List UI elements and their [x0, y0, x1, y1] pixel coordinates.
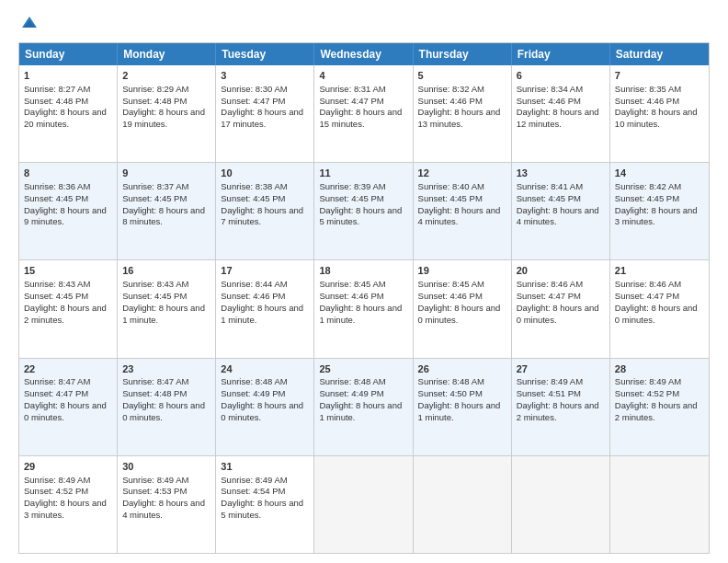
page: SundayMondayTuesdayWednesdayThursdayFrid…: [0, 0, 728, 563]
day-number: 22: [24, 362, 112, 376]
calendar-cell: [512, 456, 610, 553]
day-number: 16: [122, 264, 210, 278]
calendar-cell: 20Sunrise: 8:46 AM Sunset: 4:47 PM Dayli…: [512, 260, 610, 357]
day-number: 9: [122, 167, 210, 180]
day-info: Sunrise: 8:45 AM Sunset: 4:46 PM Dayligh…: [319, 279, 402, 324]
weekday-header-saturday: Saturday: [610, 43, 709, 65]
calendar-cell: 30Sunrise: 8:49 AM Sunset: 4:53 PM Dayli…: [118, 456, 216, 553]
day-info: Sunrise: 8:49 AM Sunset: 4:54 PM Dayligh…: [221, 475, 303, 520]
logo-icon: [20, 15, 39, 33]
day-number: 23: [122, 362, 210, 376]
calendar-cell: [414, 456, 512, 553]
calendar-cell: 21Sunrise: 8:46 AM Sunset: 4:47 PM Dayli…: [610, 260, 709, 357]
day-info: Sunrise: 8:31 AM Sunset: 4:47 PM Dayligh…: [319, 84, 402, 129]
day-number: 20: [517, 264, 605, 278]
weekday-header-friday: Friday: [512, 43, 610, 65]
calendar-row-4: 22Sunrise: 8:47 AM Sunset: 4:47 PM Dayli…: [19, 358, 709, 455]
day-number: 5: [418, 69, 506, 83]
day-number: 10: [221, 167, 309, 180]
day-number: 11: [319, 167, 407, 180]
calendar-cell: 23Sunrise: 8:47 AM Sunset: 4:48 PM Dayli…: [118, 359, 216, 455]
calendar-cell: 5Sunrise: 8:32 AM Sunset: 4:46 PM Daylig…: [414, 65, 512, 162]
calendar-cell: 28Sunrise: 8:49 AM Sunset: 4:52 PM Dayli…: [610, 359, 709, 455]
calendar: SundayMondayTuesdayWednesdayThursdayFrid…: [18, 42, 710, 554]
calendar-cell: 25Sunrise: 8:48 AM Sunset: 4:49 PM Dayli…: [314, 359, 413, 455]
day-number: 28: [615, 362, 704, 376]
day-number: 8: [24, 167, 112, 180]
day-number: 7: [615, 69, 704, 83]
calendar-cell: 27Sunrise: 8:49 AM Sunset: 4:51 PM Dayli…: [512, 359, 610, 455]
calendar-cell: 29Sunrise: 8:49 AM Sunset: 4:52 PM Dayli…: [19, 456, 118, 553]
day-number: 26: [418, 362, 506, 376]
calendar-cell: 24Sunrise: 8:48 AM Sunset: 4:49 PM Dayli…: [216, 359, 314, 455]
weekday-header-monday: Monday: [118, 43, 216, 65]
calendar-row-2: 8Sunrise: 8:36 AM Sunset: 4:45 PM Daylig…: [19, 162, 709, 259]
weekday-header-thursday: Thursday: [414, 43, 512, 65]
calendar-cell: [314, 456, 413, 553]
day-number: 12: [418, 167, 506, 180]
calendar-header: SundayMondayTuesdayWednesdayThursdayFrid…: [19, 43, 709, 65]
calendar-body: 1Sunrise: 8:27 AM Sunset: 4:48 PM Daylig…: [19, 65, 709, 553]
calendar-cell: 14Sunrise: 8:42 AM Sunset: 4:45 PM Dayli…: [610, 163, 709, 259]
calendar-cell: 19Sunrise: 8:45 AM Sunset: 4:46 PM Dayli…: [414, 260, 512, 357]
day-number: 15: [24, 264, 112, 278]
calendar-cell: 12Sunrise: 8:40 AM Sunset: 4:45 PM Dayli…: [414, 163, 512, 259]
calendar-row-3: 15Sunrise: 8:43 AM Sunset: 4:45 PM Dayli…: [19, 259, 709, 357]
calendar-cell: 10Sunrise: 8:38 AM Sunset: 4:45 PM Dayli…: [216, 163, 314, 259]
calendar-cell: 11Sunrise: 8:39 AM Sunset: 4:45 PM Dayli…: [314, 163, 413, 259]
day-info: Sunrise: 8:30 AM Sunset: 4:47 PM Dayligh…: [221, 84, 303, 129]
calendar-cell: 9Sunrise: 8:37 AM Sunset: 4:45 PM Daylig…: [118, 163, 216, 259]
day-info: Sunrise: 8:37 AM Sunset: 4:45 PM Dayligh…: [122, 181, 205, 226]
day-info: Sunrise: 8:44 AM Sunset: 4:46 PM Dayligh…: [221, 279, 303, 324]
day-info: Sunrise: 8:42 AM Sunset: 4:45 PM Dayligh…: [615, 181, 698, 226]
day-number: 19: [418, 264, 506, 278]
day-number: 2: [122, 69, 210, 83]
day-number: 21: [615, 264, 704, 278]
day-info: Sunrise: 8:27 AM Sunset: 4:48 PM Dayligh…: [24, 84, 107, 129]
calendar-cell: 31Sunrise: 8:49 AM Sunset: 4:54 PM Dayli…: [216, 456, 314, 553]
calendar-cell: 17Sunrise: 8:44 AM Sunset: 4:46 PM Dayli…: [216, 260, 314, 357]
day-number: 4: [319, 69, 407, 83]
day-info: Sunrise: 8:46 AM Sunset: 4:47 PM Dayligh…: [517, 279, 599, 324]
day-number: 14: [615, 167, 704, 180]
day-info: Sunrise: 8:45 AM Sunset: 4:46 PM Dayligh…: [418, 279, 501, 324]
calendar-cell: 18Sunrise: 8:45 AM Sunset: 4:46 PM Dayli…: [314, 260, 413, 357]
day-number: 27: [517, 362, 605, 376]
calendar-row-1: 1Sunrise: 8:27 AM Sunset: 4:48 PM Daylig…: [19, 65, 709, 162]
day-number: 13: [517, 167, 605, 180]
day-number: 3: [221, 69, 309, 83]
day-info: Sunrise: 8:43 AM Sunset: 4:45 PM Dayligh…: [24, 279, 107, 324]
day-info: Sunrise: 8:38 AM Sunset: 4:45 PM Dayligh…: [221, 181, 303, 226]
day-info: Sunrise: 8:43 AM Sunset: 4:45 PM Dayligh…: [122, 279, 205, 324]
calendar-cell: 16Sunrise: 8:43 AM Sunset: 4:45 PM Dayli…: [118, 260, 216, 357]
day-number: 29: [24, 460, 112, 474]
day-number: 18: [319, 264, 407, 278]
calendar-cell: 22Sunrise: 8:47 AM Sunset: 4:47 PM Dayli…: [19, 359, 118, 455]
day-number: 17: [221, 264, 309, 278]
calendar-cell: 13Sunrise: 8:41 AM Sunset: 4:45 PM Dayli…: [512, 163, 610, 259]
day-info: Sunrise: 8:49 AM Sunset: 4:52 PM Dayligh…: [24, 475, 107, 520]
day-info: Sunrise: 8:49 AM Sunset: 4:53 PM Dayligh…: [122, 475, 205, 520]
logo: [18, 15, 39, 33]
calendar-cell: 3Sunrise: 8:30 AM Sunset: 4:47 PM Daylig…: [216, 65, 314, 162]
calendar-cell: 4Sunrise: 8:31 AM Sunset: 4:47 PM Daylig…: [314, 65, 413, 162]
day-number: 24: [221, 362, 309, 376]
calendar-cell: [610, 456, 709, 553]
day-info: Sunrise: 8:46 AM Sunset: 4:47 PM Dayligh…: [615, 279, 698, 324]
header: [18, 15, 710, 33]
weekday-header-tuesday: Tuesday: [216, 43, 314, 65]
day-info: Sunrise: 8:48 AM Sunset: 4:49 PM Dayligh…: [221, 376, 303, 421]
day-info: Sunrise: 8:41 AM Sunset: 4:45 PM Dayligh…: [517, 181, 599, 226]
calendar-cell: 2Sunrise: 8:29 AM Sunset: 4:48 PM Daylig…: [118, 65, 216, 162]
day-info: Sunrise: 8:34 AM Sunset: 4:46 PM Dayligh…: [517, 84, 599, 129]
day-info: Sunrise: 8:36 AM Sunset: 4:45 PM Dayligh…: [24, 181, 107, 226]
day-number: 25: [319, 362, 407, 376]
day-info: Sunrise: 8:48 AM Sunset: 4:50 PM Dayligh…: [418, 376, 501, 421]
day-info: Sunrise: 8:29 AM Sunset: 4:48 PM Dayligh…: [122, 84, 205, 129]
calendar-cell: 1Sunrise: 8:27 AM Sunset: 4:48 PM Daylig…: [19, 65, 118, 162]
weekday-header-wednesday: Wednesday: [314, 43, 413, 65]
weekday-header-sunday: Sunday: [19, 43, 118, 65]
calendar-cell: 8Sunrise: 8:36 AM Sunset: 4:45 PM Daylig…: [19, 163, 118, 259]
day-number: 1: [24, 69, 112, 83]
calendar-cell: 6Sunrise: 8:34 AM Sunset: 4:46 PM Daylig…: [512, 65, 610, 162]
